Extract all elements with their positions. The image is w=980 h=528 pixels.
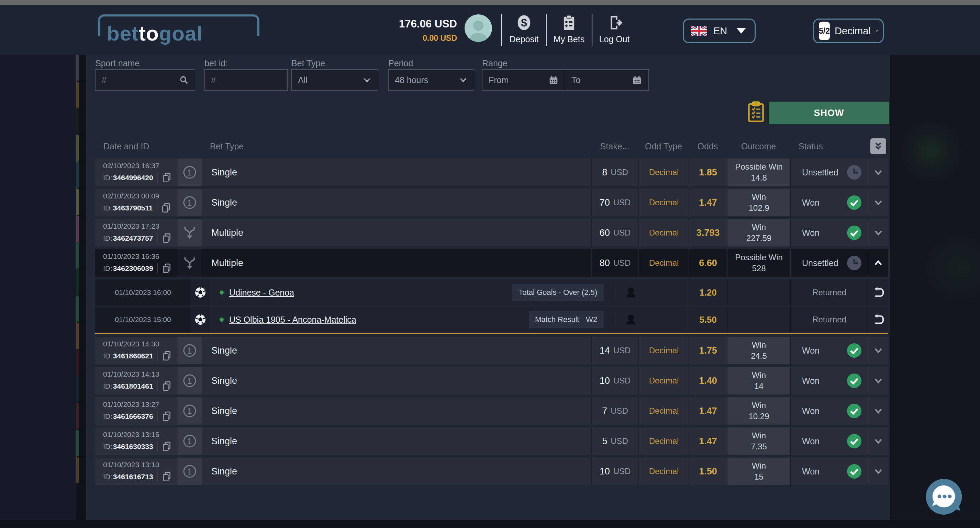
stake-cell: 80 USD: [591, 249, 638, 277]
copy-icon[interactable]: [162, 472, 171, 482]
chat-widget-button[interactable]: [925, 478, 963, 515]
my-bets-label: My Bets: [554, 34, 584, 44]
range-from-field[interactable]: From: [482, 69, 565, 90]
sport-icon-cell: [191, 279, 210, 306]
stake-currency: USD: [613, 198, 631, 207]
bet-date: 01/10/2023 13:27: [103, 400, 159, 409]
row-expand-button[interactable]: [868, 337, 888, 364]
bet-id-input[interactable]: [211, 75, 281, 85]
copy-icon[interactable]: [162, 411, 171, 422]
outcome-value: 15: [754, 471, 764, 482]
return-arrow-icon: [871, 314, 886, 326]
bet-type-icon-cell: 1: [178, 427, 202, 455]
show-button[interactable]: SHOW: [769, 101, 889, 124]
multiple-icon: [181, 225, 198, 241]
bet-id: ID:3461666376: [103, 411, 171, 422]
table-row[interactable]: 01/10/2023 13:10 ID:3461616713 1 Single: [95, 458, 888, 485]
period-select[interactable]: 48 hours: [388, 69, 474, 90]
selection-odds: 1.20: [689, 279, 727, 306]
copy-icon[interactable]: [162, 203, 170, 213]
range-to-field[interactable]: To: [565, 69, 649, 90]
table-row[interactable]: 01/10/2023 14:30 ID:3461860621 1 Single: [95, 337, 888, 364]
table-row[interactable]: 02/10/2023 00:09 ID:3463790511 1 Single: [95, 189, 888, 216]
event-link[interactable]: Udinese - Genoa: [229, 288, 294, 298]
bet-date: 01/10/2023 17:23: [103, 222, 159, 230]
logo[interactable]: bettogoal: [98, 14, 263, 49]
row-expand-button[interactable]: [868, 249, 888, 277]
copy-icon[interactable]: [162, 381, 171, 392]
svg-text:1: 1: [187, 467, 192, 476]
won-check-icon: [846, 433, 862, 449]
date-id-cell: 01/10/2023 13:27 ID:3461666376: [95, 397, 178, 425]
bet-id-field[interactable]: [204, 69, 288, 90]
log-out-button[interactable]: Log Out: [594, 14, 635, 48]
stake-amount: 10: [600, 376, 610, 386]
outcome-cell: Possible Win 528: [727, 249, 790, 277]
sport-name-field[interactable]: [95, 69, 195, 90]
my-bets-button[interactable]: My Bets: [549, 14, 590, 48]
copy-icon[interactable]: [162, 441, 171, 452]
search-icon[interactable]: [179, 75, 189, 85]
stake-cell: 14 USD: [591, 337, 638, 364]
returned-cell[interactable]: [868, 279, 888, 306]
avatar[interactable]: [465, 14, 492, 42]
bet-type-icon-cell: 1: [178, 249, 202, 277]
row-expand-button[interactable]: [868, 397, 888, 425]
bet-type-cell: Single: [202, 189, 591, 216]
row-expand-button[interactable]: [868, 189, 888, 216]
row-expand-button[interactable]: [868, 159, 888, 186]
empty-outcome-cell: [727, 279, 790, 306]
sidebar-sliver-item: [76, 55, 86, 82]
copy-icon[interactable]: [162, 233, 171, 243]
bet-type-cell: Single: [202, 367, 591, 395]
stake-amount: 60: [600, 228, 610, 238]
returned-cell[interactable]: [868, 306, 888, 333]
row-expand-button[interactable]: [868, 427, 888, 455]
bet-date: 01/10/2023 14:13: [103, 370, 159, 378]
bet-id: ID:3462473757: [103, 233, 171, 243]
unsettled-clock-icon: [846, 165, 862, 180]
bet-type-select[interactable]: All: [291, 69, 378, 90]
site-header: bettogoal 176.06 USD 0.00 USD $ Deposit: [0, 5, 980, 55]
table-row[interactable]: 02/10/2023 16:37 ID:3464996420 1 Single: [95, 159, 888, 186]
row-expand-button[interactable]: [868, 219, 888, 246]
chevron-down-icon: [363, 76, 371, 84]
sport-name-input[interactable]: [102, 75, 179, 85]
logo-text: bettogoal: [107, 23, 203, 44]
bet-list-clipboard-icon[interactable]: [746, 101, 765, 123]
market-tag: Match Result - W2: [529, 311, 603, 328]
table-row[interactable]: 01/10/2023 13:27 ID:3461666376 1 Single: [95, 397, 888, 425]
odds-cell: 6.60: [689, 249, 727, 277]
chevron-down-icon: [873, 406, 883, 416]
outcome-cell: Win 24.5: [727, 337, 790, 364]
single-icon: 1: [182, 165, 197, 180]
copy-icon[interactable]: [162, 173, 171, 183]
copy-icon[interactable]: [162, 263, 171, 274]
expand-all-button[interactable]: [870, 138, 886, 154]
bet-type-icon-cell: 1: [178, 189, 202, 216]
stake-currency: USD: [613, 346, 631, 355]
deposit-button[interactable]: $ Deposit: [503, 14, 545, 48]
event-link[interactable]: US Olbia 1905 - Ancona-Matelica: [229, 315, 356, 325]
expanded-selections: 01/10/2023 16:00 Udinese - Genoa Total G…: [95, 279, 888, 334]
status-text: Unsettled: [802, 258, 838, 268]
chevron-down-icon: [873, 167, 883, 178]
copy-icon[interactable]: [162, 351, 171, 361]
calendar-icon: [632, 75, 642, 85]
row-expand-button[interactable]: [868, 458, 888, 485]
row-expand-button[interactable]: [868, 367, 888, 395]
outcome-label: Win: [752, 192, 766, 203]
table-row[interactable]: 01/10/2023 13:15 ID:3461630333 1 Single: [95, 427, 888, 455]
divider: [614, 285, 614, 300]
header-divider: [592, 14, 592, 46]
won-check-icon: [846, 403, 862, 419]
table-row[interactable]: 01/10/2023 14:13 ID:3461801461 1 Single: [95, 367, 888, 395]
table-row[interactable]: 01/10/2023 16:36 ID:3462306039 1 Multipl…: [95, 249, 888, 277]
table-row[interactable]: 01/10/2023 17:23 ID:3462473757 1 Multipl…: [95, 219, 888, 246]
outcome-value: 10.29: [748, 411, 769, 422]
outcome-value: 24.5: [751, 350, 767, 362]
odds-format-selector[interactable]: 5/2 Decimal: [813, 19, 884, 43]
language-selector[interactable]: EN: [683, 19, 756, 43]
odds-cell: 1.75: [689, 337, 727, 364]
divider: [158, 441, 158, 452]
